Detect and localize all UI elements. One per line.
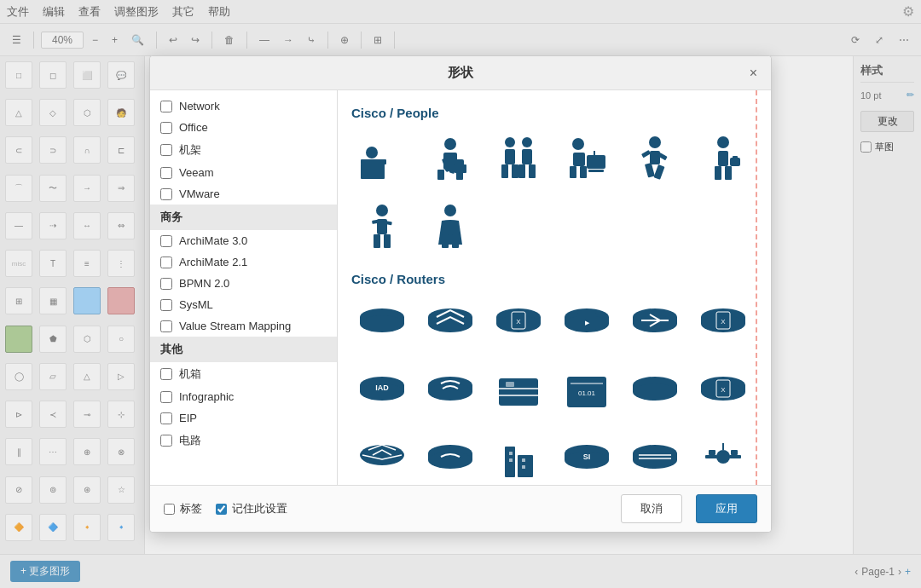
sidebar-item-chassis[interactable]: 机箱 [150, 362, 337, 386]
sidebar-item-eip[interactable]: EIP [150, 407, 337, 429]
router-15[interactable] [488, 431, 549, 485]
cisco-person-7[interactable] [351, 197, 413, 258]
svg-rect-30 [645, 163, 655, 178]
svg-rect-14 [505, 149, 515, 164]
checkbox-network[interactable] [160, 101, 172, 112]
router-2[interactable] [420, 295, 481, 356]
checkbox-chassis[interactable] [160, 368, 172, 380]
remember-checkbox[interactable]: 记住此设置 [216, 501, 287, 516]
footer-checkboxes: 标签 记住此设置 [164, 501, 607, 516]
router-18[interactable] [692, 431, 754, 485]
router-11[interactable] [624, 363, 686, 424]
svg-rect-20 [529, 164, 536, 178]
router-16[interactable]: SI [556, 431, 617, 485]
svg-text:01.01: 01.01 [578, 389, 596, 397]
checkbox-rack[interactable] [160, 144, 172, 156]
svg-rect-25 [587, 155, 605, 169]
checkbox-archimate30[interactable] [160, 235, 172, 247]
checkbox-archimate21[interactable] [160, 257, 172, 268]
svg-rect-83 [506, 382, 514, 387]
router-14[interactable] [420, 431, 481, 485]
people-icon-grid [351, 129, 757, 258]
checkbox-bpmn[interactable] [160, 278, 172, 290]
cisco-person-5[interactable] [624, 129, 686, 190]
svg-rect-43 [384, 234, 391, 248]
apply-button[interactable]: 应用 [696, 494, 757, 523]
sidebar-item-network[interactable]: Network [150, 95, 337, 117]
router-1[interactable] [351, 295, 413, 356]
router-17[interactable] [624, 431, 686, 485]
checkbox-office[interactable] [160, 122, 172, 134]
checkbox-eip[interactable] [160, 412, 172, 424]
sidebar-item-circuit[interactable]: 电路 [150, 429, 337, 453]
router-12[interactable]: X [692, 363, 754, 424]
sidebar-item-archimate21[interactable]: ArchiMate 2.1 [150, 251, 337, 273]
checkbox-circuit[interactable] [160, 435, 172, 447]
remember-checkbox-input[interactable] [216, 504, 227, 515]
label-checkbox-input[interactable] [164, 504, 175, 515]
sidebar-item-office[interactable]: Office [150, 117, 337, 138]
cisco-person-4[interactable] [556, 129, 617, 190]
modal-footer: 标签 记住此设置 取消 应用 [150, 485, 771, 532]
router-5[interactable] [624, 295, 686, 356]
cisco-person-8[interactable] [420, 197, 481, 258]
svg-rect-37 [725, 166, 732, 180]
svg-rect-39 [733, 156, 738, 159]
modal-close-button[interactable]: × [744, 65, 762, 82]
sidebar-label-network: Network [179, 100, 220, 112]
sidebar-label-archimate21: ArchiMate 2.1 [179, 256, 247, 268]
sidebar-label-eip: EIP [179, 412, 197, 424]
cancel-button[interactable]: 取消 [621, 494, 682, 523]
sidebar-label-infographic: Infographic [179, 390, 234, 403]
svg-text:SI: SI [583, 453, 591, 461]
svg-point-13 [505, 137, 515, 147]
svg-rect-105 [522, 465, 525, 469]
checkbox-infographic[interactable] [160, 391, 172, 403]
svg-rect-117 [729, 455, 741, 458]
sidebar-item-veeam[interactable]: Veeam [150, 162, 337, 183]
router-6[interactable]: X [692, 295, 754, 356]
svg-rect-16 [512, 164, 518, 178]
sidebar-item-rack[interactable]: 机架 [150, 138, 337, 162]
shapes-dialog: 形状 × Network Office 机架 [149, 55, 772, 533]
modal-body: Network Office 机架 Veeam VMware [150, 90, 771, 485]
modal-header: 形状 × [150, 56, 771, 90]
router-13[interactable] [351, 431, 413, 485]
cisco-person-6[interactable] [692, 129, 754, 190]
svg-rect-104 [522, 458, 525, 462]
svg-rect-31 [654, 164, 665, 180]
sidebar-item-vmware[interactable]: VMware [150, 183, 337, 205]
sidebar-item-sysml[interactable]: SysML [150, 294, 337, 315]
svg-rect-12 [455, 164, 466, 173]
svg-text:X: X [516, 318, 521, 326]
svg-rect-19 [518, 164, 525, 178]
sidebar-item-archimate30[interactable]: ArchiMate 3.0 [150, 230, 337, 251]
section-header-other: 其他 [150, 337, 337, 362]
svg-rect-102 [515, 452, 518, 455]
checkbox-vsm[interactable] [160, 320, 172, 332]
sidebar-item-bpmn[interactable]: BPMN 2.0 [150, 273, 337, 294]
router-7[interactable]: IAD [351, 363, 413, 424]
svg-rect-3 [369, 172, 373, 179]
router-10[interactable]: 01.01 [556, 363, 617, 424]
cisco-person-3[interactable] [488, 129, 549, 190]
cisco-person-2[interactable] [420, 129, 481, 190]
router-9[interactable] [488, 363, 549, 424]
sidebar-item-infographic[interactable]: Infographic [150, 386, 337, 407]
svg-rect-27 [588, 170, 604, 172]
checkbox-veeam[interactable] [160, 167, 172, 179]
checkbox-sysml[interactable] [160, 299, 172, 311]
cisco-person-1[interactable] [351, 129, 413, 190]
svg-rect-32 [641, 150, 651, 158]
section-header-business: 商务 [150, 205, 337, 230]
svg-text:X: X [721, 386, 726, 394]
sidebar-label-bpmn: BPMN 2.0 [179, 277, 229, 290]
router-8[interactable] [420, 363, 481, 424]
svg-point-34 [717, 136, 729, 148]
label-checkbox[interactable]: 标签 [164, 501, 202, 516]
svg-point-5 [444, 138, 456, 150]
checkbox-vmware[interactable] [160, 188, 172, 200]
sidebar-item-vsm[interactable]: Value Stream Mapping [150, 315, 337, 337]
router-3[interactable]: X [488, 295, 549, 356]
router-4[interactable]: ▶ [556, 295, 617, 356]
